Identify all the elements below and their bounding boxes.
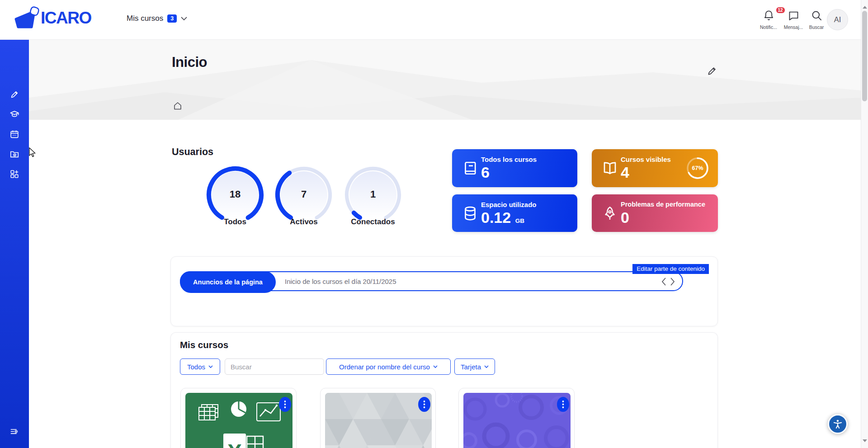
course-menu-button[interactable]	[557, 397, 569, 412]
stat-value: 0	[621, 209, 629, 226]
course-menu-button[interactable]	[279, 397, 291, 412]
stat-card-todos-los-cursos[interactable]: Todos los cursos 6	[452, 149, 577, 187]
announcements-panel: Editar parte de contenido Anuncios de la…	[170, 256, 718, 326]
gauge-activos-value: 7	[272, 189, 335, 200]
sort-dropdown[interactable]: Ordenar por nombre del curso	[326, 358, 451, 375]
notifications-button[interactable]: 12 Notific...	[755, 9, 782, 30]
view-dropdown[interactable]: Tarjeta	[454, 358, 495, 375]
database-icon	[462, 205, 478, 222]
mouse-cursor	[29, 147, 36, 158]
messages-button[interactable]: Mensaj...	[780, 9, 807, 30]
gauge-todos-label: Todos	[203, 217, 267, 226]
folder-gear-icon[interactable]	[9, 149, 19, 159]
calendar-icon[interactable]	[9, 129, 19, 139]
prev-announcement-icon[interactable]	[661, 277, 666, 286]
icaro-logo-icon	[14, 5, 40, 31]
svg-text:X: X	[227, 440, 242, 448]
avatar-initials: AI	[834, 15, 841, 24]
sort-label: Ordenar por nombre del curso	[339, 363, 430, 371]
stat-value: 6	[481, 164, 490, 181]
gauge-conectados-value: 1	[341, 189, 405, 200]
gauge-conectados-label: Conectados	[341, 217, 405, 226]
nav-mis-cursos-badge: 3	[167, 14, 177, 23]
message-icon	[788, 9, 800, 22]
rocket-icon	[602, 205, 618, 222]
scrollbar-down-arrow[interactable]	[863, 439, 867, 444]
icaro-dashboard: ICARO Mis cursos 3 12 Notific... Mensaj.…	[0, 0, 868, 448]
bell-icon	[763, 9, 775, 22]
search-icon	[811, 9, 823, 22]
open-book-icon	[602, 160, 618, 176]
stat-value: 0.12 GB	[481, 209, 524, 226]
mis-cursos-panel: Mis cursos Todos Ordenar por nombre del …	[170, 332, 718, 448]
graduation-cap-icon[interactable]	[9, 109, 19, 119]
course-thumbnail-triangles	[325, 393, 432, 448]
search-label: Buscar	[803, 24, 830, 30]
avatar[interactable]: AI	[827, 9, 848, 30]
breadcrumb-home-icon[interactable]	[172, 100, 183, 111]
search-button[interactable]: Buscar	[803, 9, 830, 30]
page-scrollbar[interactable]	[861, 0, 868, 448]
mis-cursos-title: Mis cursos	[180, 340, 228, 350]
visible-percent-ring: 67%	[684, 154, 712, 182]
chevron-down-icon	[484, 365, 489, 368]
top-header: ICARO Mis cursos 3 12 Notific... Mensaj.…	[0, 0, 861, 40]
scrollbar-thumb[interactable]	[862, 11, 867, 101]
accessibility-button[interactable]	[828, 414, 848, 434]
course-menu-button[interactable]	[418, 397, 430, 412]
gauge-conectados: 1 Conectados	[341, 163, 405, 231]
stat-card-problemas-performance[interactable]: Problemas de performance 0	[592, 194, 718, 232]
accessibility-icon	[832, 418, 844, 430]
nav-mis-cursos-label: Mis cursos	[127, 14, 163, 23]
stat-title: Problemas de performance	[621, 201, 705, 208]
mountains-decoration	[29, 40, 861, 120]
stat-value: 4	[621, 164, 629, 181]
notifications-label: Notific...	[755, 24, 782, 30]
course-search-input[interactable]	[225, 358, 324, 375]
gauge-todos: 18 Todos	[203, 163, 267, 231]
pencil-icon[interactable]	[9, 90, 19, 99]
course-card-circles[interactable]	[458, 388, 575, 448]
messages-label: Mensaj...	[780, 24, 807, 30]
edit-page-icon[interactable]	[706, 65, 718, 77]
view-label: Tarjeta	[461, 363, 481, 371]
sidebar	[0, 40, 29, 448]
visible-percent-label: 67%	[684, 154, 712, 182]
gauge-todos-value: 18	[203, 189, 267, 200]
course-thumbnail-circles	[463, 393, 571, 448]
stat-card-espacio-utilizado[interactable]: Espacio utilizado 0.12 GB	[452, 194, 577, 232]
scrollbar-up-arrow[interactable]	[863, 4, 867, 9]
chevron-down-icon	[433, 365, 438, 368]
course-card-triangles[interactable]	[320, 388, 436, 448]
filter-type-label: Todos	[187, 363, 205, 371]
gauge-activos: 7 Activos	[272, 163, 335, 231]
stat-title: Cursos visibles	[621, 156, 671, 163]
list-gear-icon[interactable]	[9, 427, 19, 437]
usuarios-title: Usuarios	[172, 146, 213, 158]
announcements-bar: Anuncios de la página Inicio de los curs…	[180, 271, 683, 291]
announcement-text: Inicio de los cursos el día 20/11/2025	[285, 272, 396, 292]
course-card-excel[interactable]: X	[180, 388, 297, 448]
stat-title: Espacio utilizado	[481, 201, 537, 208]
page-title: Inicio	[172, 54, 207, 71]
next-announcement-icon[interactable]	[670, 277, 675, 286]
course-thumbnail-excel: X	[185, 393, 292, 448]
filter-type-dropdown[interactable]: Todos	[180, 358, 220, 375]
chevron-down-icon	[208, 365, 213, 368]
logo-text: ICARO	[41, 9, 91, 28]
gauge-activos-label: Activos	[272, 217, 335, 226]
announcements-tab[interactable]: Anuncios de la página	[180, 271, 276, 293]
blocks-add-icon[interactable]	[9, 169, 19, 179]
edit-content-label[interactable]: Editar parte de contenido	[632, 264, 709, 274]
book-icon	[462, 160, 478, 176]
stat-value-number: 0.12	[481, 209, 511, 226]
stat-title: Todos los cursos	[481, 156, 537, 163]
icaro-logo[interactable]: ICARO	[14, 5, 91, 31]
stat-value-unit: GB	[515, 217, 524, 224]
chevron-down-icon	[181, 17, 187, 21]
stat-card-cursos-visibles[interactable]: Cursos visibles 4 67%	[592, 149, 718, 187]
hero-banner: Inicio	[29, 40, 861, 120]
nav-mis-cursos[interactable]: Mis cursos 3	[127, 14, 187, 23]
